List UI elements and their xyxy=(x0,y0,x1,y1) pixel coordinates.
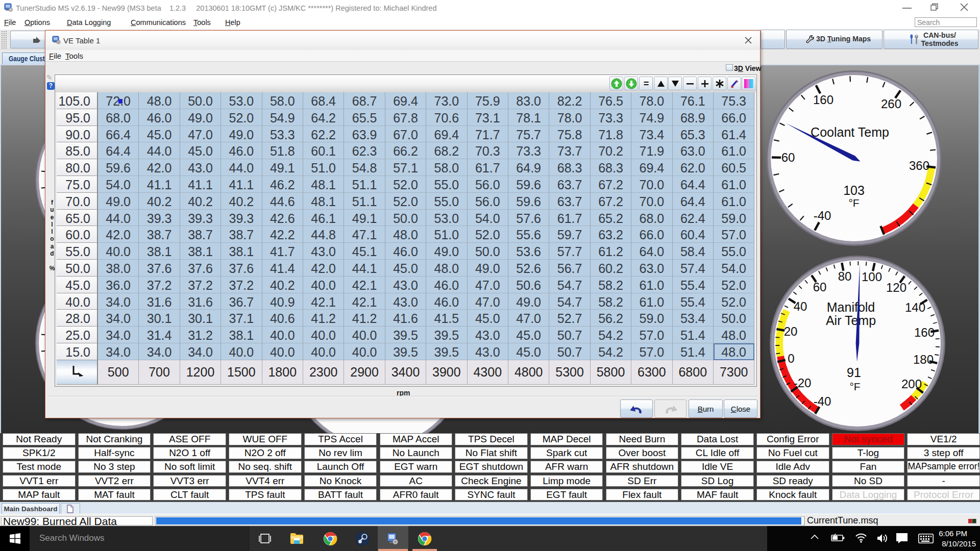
svg-text:°F: °F xyxy=(849,381,860,392)
svg-text:Manifold: Manifold xyxy=(827,300,875,314)
svg-text:=: = xyxy=(644,79,649,89)
svg-text:160: 160 xyxy=(813,93,834,107)
svg-text:Air Temp: Air Temp xyxy=(826,313,876,328)
svg-text:20: 20 xyxy=(784,324,798,338)
svg-text:-40: -40 xyxy=(814,209,831,222)
svg-text:60: 60 xyxy=(781,151,795,164)
svg-text:120: 120 xyxy=(886,281,906,294)
svg-text:180: 180 xyxy=(913,353,934,366)
svg-text:140: 140 xyxy=(905,300,925,314)
svg-text:260: 260 xyxy=(881,97,901,111)
svg-text:80: 80 xyxy=(838,269,852,283)
svg-text:40: 40 xyxy=(794,299,807,313)
svg-text:Coolant Temp: Coolant Temp xyxy=(811,125,889,139)
svg-text:160: 160 xyxy=(914,325,935,339)
svg-text:°F: °F xyxy=(848,197,859,209)
svg-text:0: 0 xyxy=(788,352,794,365)
svg-text:103: 103 xyxy=(843,183,865,197)
svg-text:91: 91 xyxy=(847,365,861,380)
svg-text:100: 100 xyxy=(862,270,882,284)
svg-text:60: 60 xyxy=(813,280,827,294)
svg-text:360: 360 xyxy=(909,159,929,172)
svg-text:-20: -20 xyxy=(794,376,812,390)
svg-text:-40: -40 xyxy=(814,394,831,408)
svg-text:200: 200 xyxy=(901,377,922,391)
